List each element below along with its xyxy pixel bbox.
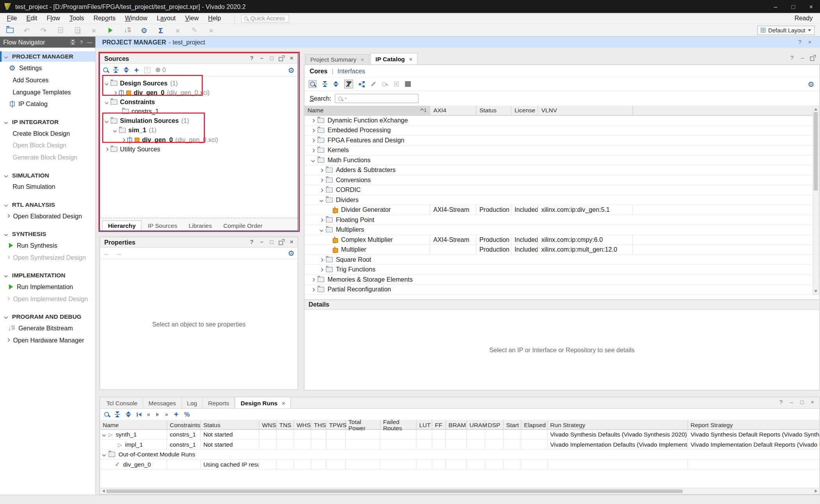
tree-row-sim-1[interactable]: sim_1(1) bbox=[100, 126, 298, 135]
chevron-right-icon[interactable] bbox=[105, 147, 108, 151]
chevron-right-icon[interactable] bbox=[319, 258, 323, 261]
scroll-up-icon[interactable] bbox=[814, 108, 817, 110]
panel-minimize-icon[interactable]: – bbox=[800, 55, 806, 61]
gear-icon[interactable]: ⚙ bbox=[288, 66, 294, 74]
ip-row-fpga-features[interactable]: FPGA Features and Design bbox=[305, 136, 820, 146]
minimize-window-button[interactable]: – bbox=[767, 0, 784, 13]
chevron-down-icon[interactable] bbox=[311, 158, 315, 162]
flownav-section-implementation[interactable]: IMPLEMENTATION bbox=[0, 270, 95, 280]
ip-row-divider-generator[interactable]: Divider GeneratorAXI4-StreamProductionIn… bbox=[305, 205, 820, 215]
column-header[interactable]: WNS bbox=[259, 421, 276, 429]
settings-toolbar-button[interactable]: ⚙ bbox=[139, 25, 149, 35]
fast-forward-icon[interactable]: » bbox=[165, 412, 168, 417]
panel-minimize-icon[interactable]: – bbox=[788, 399, 794, 405]
column-header-name[interactable]: Name1 bbox=[305, 106, 430, 115]
ip-row-complex-multiplier[interactable]: Complex MultiplierAXI4-StreamProductionI… bbox=[305, 235, 820, 245]
play-icon[interactable] bbox=[156, 412, 159, 417]
chevron-right-icon[interactable] bbox=[311, 138, 315, 142]
column-header[interactable]: TPWS bbox=[326, 421, 346, 429]
edit-button[interactable]: ✎ bbox=[190, 25, 199, 35]
chip-icon[interactable] bbox=[394, 81, 399, 87]
chevron-down-icon[interactable] bbox=[105, 119, 108, 122]
stop-icon[interactable] bbox=[405, 81, 411, 87]
collapse-all-icon[interactable] bbox=[322, 81, 327, 87]
expand-all-icon[interactable] bbox=[124, 67, 129, 73]
maximize-window-button[interactable]: □ bbox=[784, 0, 802, 13]
flownav-item-add-sources[interactable]: Add Sources bbox=[0, 74, 95, 86]
step-first-icon[interactable] bbox=[137, 412, 141, 417]
ip-row-multiplier[interactable]: MultiplierProductionIncludedxilinx.com:i… bbox=[305, 245, 820, 255]
search-icon[interactable] bbox=[308, 80, 316, 88]
scrollbar-thumb[interactable] bbox=[106, 489, 683, 493]
chevron-right-icon[interactable] bbox=[311, 148, 315, 152]
rewind-icon[interactable]: « bbox=[147, 412, 150, 417]
banner-help-icon[interactable]: ? bbox=[797, 39, 803, 45]
create-runs-icon[interactable]: + bbox=[174, 410, 178, 418]
panel-help-icon[interactable]: ? bbox=[249, 55, 255, 61]
flownav-item-generate-bitstream[interactable]: ↓0110Generate Bitstream bbox=[0, 322, 95, 334]
close-icon[interactable]: × bbox=[409, 56, 413, 62]
panel-float-icon[interactable] bbox=[810, 55, 816, 61]
quick-access-input[interactable]: Quick Access bbox=[241, 14, 289, 22]
ip-row-memories-storage[interactable]: Memories & Storage Elements bbox=[305, 275, 820, 284]
flownav-item-run-simulation[interactable]: Run Simulation bbox=[0, 181, 95, 193]
tree-row-sim-div-gen-0[interactable]: div_gen_0(div_gen_0.xci) bbox=[100, 135, 298, 144]
flownav-section-project-manager[interactable]: PROJECT MANAGER bbox=[0, 51, 95, 62]
ip-row-math-functions[interactable]: Math Functions bbox=[305, 156, 820, 165]
flownav-item-open-hardware-manager[interactable]: Open Hardware Manager bbox=[0, 334, 95, 346]
collapse-all-icon[interactable] bbox=[115, 411, 120, 417]
expand-all-icon[interactable] bbox=[126, 411, 131, 417]
menu-flow[interactable]: Flow bbox=[42, 15, 64, 22]
menu-layout[interactable]: Layout bbox=[152, 15, 180, 22]
close-icon[interactable]: × bbox=[282, 400, 285, 406]
chevron-right-icon[interactable] bbox=[319, 168, 323, 172]
run-row-impl-1[interactable]: ▷impl_1 constrs_1 Not started Vivado Imp… bbox=[100, 440, 819, 449]
horizontal-scrollbar[interactable] bbox=[101, 488, 819, 494]
delete-button[interactable]: × bbox=[89, 25, 98, 35]
menu-reports[interactable]: Reports bbox=[89, 15, 120, 22]
close-icon[interactable]: × bbox=[360, 56, 364, 62]
panel-minimize-icon[interactable]: – bbox=[259, 239, 265, 245]
chevron-right-icon[interactable] bbox=[311, 128, 315, 132]
column-header[interactable]: THS bbox=[311, 421, 326, 429]
close-window-button[interactable]: × bbox=[802, 0, 820, 13]
open-project-button[interactable] bbox=[5, 25, 14, 35]
tree-row-design-sources[interactable]: Design Sources(1) bbox=[100, 78, 298, 88]
panel-float-icon[interactable] bbox=[279, 239, 285, 245]
chevron-down-icon[interactable] bbox=[102, 433, 106, 436]
ip-row-multipliers[interactable]: Multipliers bbox=[305, 225, 820, 235]
banner-close-icon[interactable]: × bbox=[807, 39, 813, 45]
flownav-section-rtl-analysis[interactable]: RTL ANALYSIS bbox=[0, 199, 95, 210]
tree-row-constraints[interactable]: Constraints bbox=[100, 98, 298, 107]
chevron-down-icon[interactable] bbox=[319, 198, 323, 202]
chevron-right-icon[interactable] bbox=[311, 287, 315, 291]
forward-arrow-icon[interactable]: → bbox=[115, 249, 122, 257]
filter-icon[interactable] bbox=[344, 80, 353, 89]
ip-row-adders-subtracters[interactable]: Adders & Subtracters bbox=[305, 165, 820, 175]
ip-row-embedded-processing[interactable]: Embedded Processing bbox=[305, 126, 820, 135]
run-row-ooc-group[interactable]: Out-of-Context Module Runs bbox=[100, 450, 819, 460]
tab-reports[interactable]: Reports bbox=[203, 398, 235, 408]
flownav-item-open-elaborated-design[interactable]: Open Elaborated Design bbox=[0, 210, 95, 222]
menu-tools[interactable]: Tools bbox=[65, 15, 89, 22]
column-header[interactable]: TNS bbox=[276, 421, 294, 429]
flownav-item-ip-catalog[interactable]: IP Catalog bbox=[0, 98, 95, 110]
tab-messages[interactable]: Messages bbox=[143, 398, 182, 408]
column-header[interactable]: Report Strategy bbox=[688, 421, 820, 429]
menu-help[interactable]: Help bbox=[203, 15, 226, 22]
ip-row-cordic[interactable]: CORDIC bbox=[305, 185, 820, 195]
panel-help-icon[interactable]: ? bbox=[789, 55, 795, 61]
panel-close-icon[interactable]: × bbox=[809, 399, 815, 405]
run-row-synth-1[interactable]: ▷synth_1 constrs_1 Not started Vivado Sy… bbox=[100, 430, 819, 440]
flownav-section-simulation[interactable]: SIMULATION bbox=[0, 170, 95, 181]
tree-row-simulation-sources[interactable]: Simulation Sources(1) bbox=[100, 116, 298, 126]
wrench-icon[interactable] bbox=[371, 81, 376, 87]
flownav-section-program-and-debug[interactable]: PROGRAM AND DEBUG bbox=[0, 311, 95, 322]
chevron-down-icon[interactable] bbox=[102, 453, 106, 456]
undo-button[interactable]: ↶ bbox=[22, 25, 31, 35]
add-sources-icon[interactable]: + bbox=[134, 66, 139, 74]
chevron-right-icon[interactable] bbox=[319, 188, 323, 192]
column-header[interactable]: Start bbox=[504, 421, 522, 429]
panel-maximize-icon[interactable]: □ bbox=[269, 239, 275, 245]
tab-ip-catalog[interactable]: IP Catalog× bbox=[370, 53, 417, 65]
